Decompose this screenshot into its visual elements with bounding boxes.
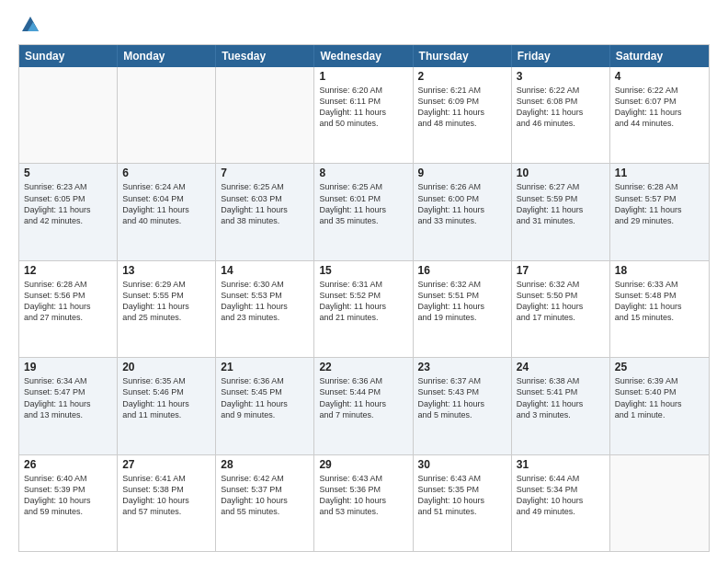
day-info: Sunrise: 6:24 AM Sunset: 6:04 PM Dayligh… [122, 181, 210, 226]
day-info: Sunrise: 6:32 AM Sunset: 5:51 PM Dayligh… [418, 279, 506, 324]
day-info: Sunrise: 6:28 AM Sunset: 5:57 PM Dayligh… [615, 181, 704, 226]
day-info: Sunrise: 6:36 AM Sunset: 5:45 PM Dayligh… [221, 375, 309, 420]
day-info: Sunrise: 6:22 AM Sunset: 6:07 PM Dayligh… [615, 85, 704, 130]
day-number: 12 [24, 264, 112, 277]
day-number: 15 [319, 264, 407, 277]
calendar-cell: 15Sunrise: 6:31 AM Sunset: 5:52 PM Dayli… [314, 261, 413, 357]
day-number: 27 [122, 458, 210, 471]
calendar-cell: 14Sunrise: 6:30 AM Sunset: 5:53 PM Dayli… [216, 261, 314, 357]
calendar-cell: 11Sunrise: 6:28 AM Sunset: 5:57 PM Dayli… [610, 164, 709, 259]
day-number: 24 [517, 361, 605, 373]
day-number: 22 [319, 361, 407, 373]
day-info: Sunrise: 6:35 AM Sunset: 5:46 PM Dayligh… [122, 375, 210, 420]
day-info: Sunrise: 6:42 AM Sunset: 5:37 PM Dayligh… [221, 473, 309, 518]
calendar-cell: 23Sunrise: 6:37 AM Sunset: 5:43 PM Dayli… [414, 358, 512, 454]
calendar-body: 1Sunrise: 6:20 AM Sunset: 6:11 PM Daylig… [19, 67, 709, 551]
day-number: 8 [319, 167, 407, 179]
calendar-cell: 22Sunrise: 6:36 AM Sunset: 5:44 PM Dayli… [314, 358, 413, 454]
day-number: 5 [24, 167, 112, 179]
calendar-cell: 21Sunrise: 6:36 AM Sunset: 5:45 PM Dayli… [216, 358, 314, 454]
calendar-cell: 1Sunrise: 6:20 AM Sunset: 6:11 PM Daylig… [314, 67, 413, 163]
calendar-cell: 26Sunrise: 6:40 AM Sunset: 5:39 PM Dayli… [19, 455, 118, 551]
calendar-row: 5Sunrise: 6:23 AM Sunset: 6:05 PM Daylig… [19, 163, 709, 259]
calendar-row: 1Sunrise: 6:20 AM Sunset: 6:11 PM Daylig… [19, 67, 709, 163]
day-info: Sunrise: 6:43 AM Sunset: 5:35 PM Dayligh… [418, 473, 506, 518]
day-info: Sunrise: 6:38 AM Sunset: 5:41 PM Dayligh… [517, 375, 605, 420]
day-info: Sunrise: 6:22 AM Sunset: 6:08 PM Dayligh… [517, 85, 605, 130]
calendar-cell: 6Sunrise: 6:24 AM Sunset: 6:04 PM Daylig… [118, 164, 216, 259]
calendar-cell: 12Sunrise: 6:28 AM Sunset: 5:56 PM Dayli… [19, 261, 118, 357]
calendar-cell: 13Sunrise: 6:29 AM Sunset: 5:55 PM Dayli… [118, 261, 216, 357]
day-number: 26 [24, 458, 112, 471]
calendar-cell: 2Sunrise: 6:21 AM Sunset: 6:09 PM Daylig… [414, 67, 512, 163]
calendar-cell: 19Sunrise: 6:34 AM Sunset: 5:47 PM Dayli… [19, 358, 118, 454]
day-info: Sunrise: 6:25 AM Sunset: 6:03 PM Dayligh… [221, 181, 309, 226]
calendar-cell [610, 455, 709, 551]
calendar-cell: 24Sunrise: 6:38 AM Sunset: 5:41 PM Dayli… [512, 358, 610, 454]
day-info: Sunrise: 6:31 AM Sunset: 5:52 PM Dayligh… [319, 279, 407, 324]
day-number: 1 [319, 70, 407, 83]
day-number: 30 [418, 458, 506, 471]
day-number: 16 [418, 264, 506, 277]
calendar-cell: 4Sunrise: 6:22 AM Sunset: 6:07 PM Daylig… [610, 67, 709, 163]
logo-text [18, 15, 40, 35]
day-info: Sunrise: 6:39 AM Sunset: 5:40 PM Dayligh… [615, 375, 704, 420]
calendar-cell: 8Sunrise: 6:25 AM Sunset: 6:01 PM Daylig… [314, 164, 413, 259]
day-number: 4 [615, 70, 704, 83]
day-info: Sunrise: 6:40 AM Sunset: 5:39 PM Dayligh… [24, 473, 112, 518]
calendar-cell: 28Sunrise: 6:42 AM Sunset: 5:37 PM Dayli… [216, 455, 314, 551]
calendar-cell: 27Sunrise: 6:41 AM Sunset: 5:38 PM Dayli… [118, 455, 216, 551]
day-number: 31 [517, 458, 605, 471]
day-info: Sunrise: 6:27 AM Sunset: 5:59 PM Dayligh… [517, 181, 605, 226]
calendar-cell: 17Sunrise: 6:32 AM Sunset: 5:50 PM Dayli… [512, 261, 610, 357]
day-info: Sunrise: 6:26 AM Sunset: 6:00 PM Dayligh… [418, 181, 506, 226]
day-info: Sunrise: 6:25 AM Sunset: 6:01 PM Dayligh… [319, 181, 407, 226]
day-number: 21 [221, 361, 309, 373]
day-number: 28 [221, 458, 309, 471]
calendar-row: 26Sunrise: 6:40 AM Sunset: 5:39 PM Dayli… [19, 454, 709, 551]
day-number: 10 [517, 167, 605, 179]
day-number: 23 [418, 361, 506, 373]
day-info: Sunrise: 6:37 AM Sunset: 5:43 PM Dayligh… [418, 375, 506, 420]
day-number: 3 [517, 70, 605, 83]
calendar-cell: 18Sunrise: 6:33 AM Sunset: 5:48 PM Dayli… [610, 261, 709, 357]
calendar-cell: 10Sunrise: 6:27 AM Sunset: 5:59 PM Dayli… [512, 164, 610, 259]
day-number: 20 [122, 361, 210, 373]
day-info: Sunrise: 6:30 AM Sunset: 5:53 PM Dayligh… [221, 279, 309, 324]
calendar-cell: 30Sunrise: 6:43 AM Sunset: 5:35 PM Dayli… [414, 455, 512, 551]
day-info: Sunrise: 6:36 AM Sunset: 5:44 PM Dayligh… [319, 375, 407, 420]
day-info: Sunrise: 6:29 AM Sunset: 5:55 PM Dayligh… [122, 279, 210, 324]
page: SundayMondayTuesdayWednesdayThursdayFrid… [0, 0, 728, 563]
calendar-cell: 16Sunrise: 6:32 AM Sunset: 5:51 PM Dayli… [414, 261, 512, 357]
day-number: 11 [615, 167, 704, 179]
day-info: Sunrise: 6:21 AM Sunset: 6:09 PM Dayligh… [418, 85, 506, 130]
logo [18, 15, 40, 35]
weekday-header: Thursday [414, 45, 512, 67]
day-number: 25 [615, 361, 704, 373]
calendar-cell: 31Sunrise: 6:44 AM Sunset: 5:34 PM Dayli… [512, 455, 610, 551]
day-info: Sunrise: 6:28 AM Sunset: 5:56 PM Dayligh… [24, 279, 112, 324]
day-info: Sunrise: 6:41 AM Sunset: 5:38 PM Dayligh… [122, 473, 210, 518]
day-number: 6 [122, 167, 210, 179]
calendar-cell: 3Sunrise: 6:22 AM Sunset: 6:08 PM Daylig… [512, 67, 610, 163]
weekday-header: Tuesday [216, 45, 314, 67]
header [18, 15, 710, 35]
calendar-cell [118, 67, 216, 163]
weekday-header: Monday [118, 45, 216, 67]
day-number: 19 [24, 361, 112, 373]
day-info: Sunrise: 6:20 AM Sunset: 6:11 PM Dayligh… [319, 85, 407, 130]
weekday-header: Sunday [19, 45, 118, 67]
day-number: 29 [319, 458, 407, 471]
calendar-header: SundayMondayTuesdayWednesdayThursdayFrid… [19, 45, 709, 67]
day-number: 14 [221, 264, 309, 277]
weekday-header: Friday [512, 45, 610, 67]
calendar-row: 12Sunrise: 6:28 AM Sunset: 5:56 PM Dayli… [19, 260, 709, 357]
calendar-cell: 7Sunrise: 6:25 AM Sunset: 6:03 PM Daylig… [216, 164, 314, 259]
day-info: Sunrise: 6:43 AM Sunset: 5:36 PM Dayligh… [319, 473, 407, 518]
weekday-header: Saturday [610, 45, 709, 67]
day-number: 13 [122, 264, 210, 277]
calendar: SundayMondayTuesdayWednesdayThursdayFrid… [18, 44, 710, 552]
day-number: 7 [221, 167, 309, 179]
weekday-header: Wednesday [314, 45, 413, 67]
day-info: Sunrise: 6:44 AM Sunset: 5:34 PM Dayligh… [517, 473, 605, 518]
